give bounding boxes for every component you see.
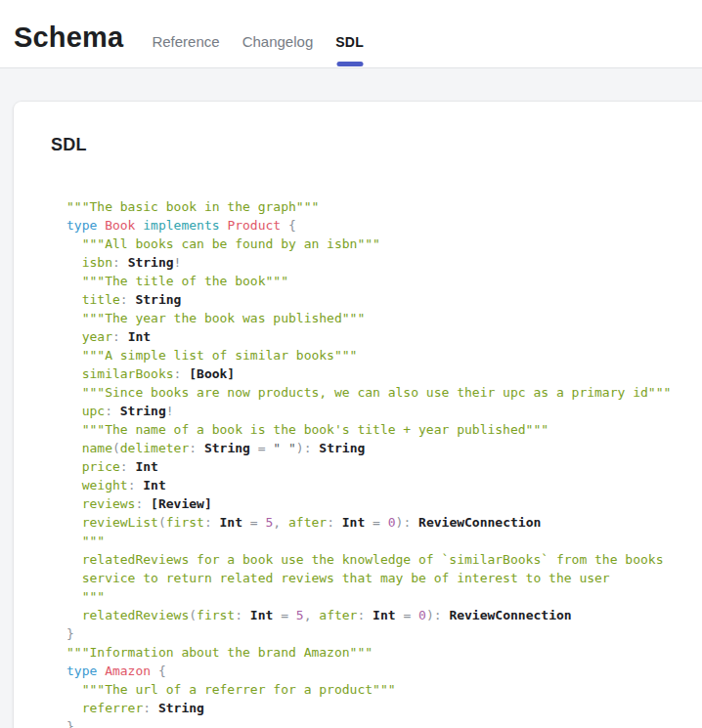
code-token-plain	[151, 664, 158, 678]
code-token-scalar: String	[204, 441, 250, 455]
code-token-plain	[273, 608, 281, 622]
code-token-scalar: String	[319, 441, 365, 455]
tab-changelog-label: Changelog	[242, 33, 314, 50]
code-token-scalar: Int	[220, 515, 242, 530]
code-line: """The title of the book"""	[66, 272, 702, 290]
code-token-field: price	[66, 459, 120, 474]
code-token-tname: Book	[105, 218, 135, 233]
code-token-num: 0	[418, 608, 426, 622]
code-token-plain	[120, 329, 128, 344]
code-token-plain	[411, 515, 418, 530]
code-token-impl: implements	[143, 218, 219, 233]
sdl-code-block: """The basic book in the graph"""type Bo…	[66, 197, 702, 728]
code-token-punc: ,	[273, 515, 281, 530]
code-token-field: referrer	[66, 701, 143, 715]
code-line: name(delimeter: String = " "): String	[66, 439, 702, 457]
code-token-punc: :	[204, 515, 212, 530]
code-line: relatedReviews for a book use the knowle…	[66, 550, 702, 569]
content-card: SDL """The basic book in the graph"""typ…	[14, 102, 702, 728]
code-token-punc: :	[112, 329, 120, 344]
code-line: upc: String!	[66, 402, 702, 420]
code-token-num: 0	[388, 515, 396, 530]
code-token-plain	[380, 515, 388, 530]
tab-reference-label: Reference	[152, 33, 219, 50]
code-token-desc: relatedReviews for a book use the knowle…	[66, 552, 663, 567]
code-token-punc: {	[158, 664, 166, 678]
code-line: relatedReviews(first: Int = 5, after: In…	[66, 606, 702, 624]
code-token-field: after	[288, 515, 327, 530]
code-token-punc: !	[166, 404, 174, 418]
code-token-punc: ):	[396, 515, 412, 530]
code-token-desc: """The url of a referrer for a product""…	[66, 682, 396, 697]
code-line: similarBooks: [Book]	[66, 364, 702, 383]
code-token-plain	[143, 496, 151, 511]
code-token-desc: """The name of a book is the book's titl…	[66, 422, 548, 437]
code-token-scalar: Int	[373, 608, 395, 622]
code-token-punc: }	[66, 626, 74, 641]
code-token-plain	[242, 608, 250, 622]
code-token-scalar: ReviewConnection	[418, 515, 541, 530]
code-token-plain	[120, 255, 128, 270]
code-token-plain	[365, 608, 373, 622]
code-token-punc: (	[158, 515, 166, 530]
code-token-field: reviewList	[66, 515, 158, 530]
code-line: """The basic book in the graph"""	[66, 197, 702, 216]
code-line: }	[66, 717, 702, 728]
code-token-punc: ):	[296, 441, 312, 455]
code-token-scalar: Int	[143, 478, 165, 492]
code-token-plain	[197, 441, 204, 455]
code-line: service to return related reviews that m…	[66, 569, 702, 587]
code-token-plain	[97, 218, 105, 233]
code-token-tname: Amazon	[105, 664, 151, 678]
code-line: """Since books are now products, we can …	[66, 383, 702, 402]
code-token-punc: :	[189, 441, 197, 455]
tab-sdl-label: SDL	[335, 34, 364, 50]
code-token-punc: ):	[426, 608, 442, 622]
page-title: Schema	[14, 21, 123, 54]
code-token-scalar: Int	[342, 515, 365, 530]
code-token-desc: """A simple list of similar books"""	[66, 348, 357, 363]
code-line: reviews: [Review]	[66, 494, 702, 513]
code-line: referrer: String	[66, 699, 702, 717]
code-token-desc: """Information about the brand Amazon"""	[66, 645, 373, 660]
code-token-scalar: Int	[128, 329, 151, 344]
code-line: """	[66, 587, 702, 606]
code-token-scalar: [Review]	[151, 496, 212, 511]
code-token-plain	[242, 515, 250, 530]
code-token-field: reviews	[66, 496, 135, 511]
code-token-plain	[365, 515, 373, 530]
code-line: weight: Int	[66, 476, 702, 494]
code-token-plain	[281, 515, 288, 530]
code-token-plain	[112, 404, 120, 418]
code-token-desc: """The year the book was published"""	[66, 311, 365, 325]
code-token-punc: :	[120, 459, 128, 474]
code-token-punc: :	[112, 255, 120, 270]
active-tab-underline	[336, 62, 363, 66]
code-token-field: weight	[66, 478, 128, 492]
code-line: """The year the book was published"""	[66, 309, 702, 327]
code-token-punc: :	[120, 292, 128, 307]
code-line: """	[66, 532, 702, 550]
code-token-field: delimeter	[120, 441, 189, 455]
code-token-field: after	[319, 608, 357, 622]
code-token-plain	[258, 515, 266, 530]
code-token-plain	[212, 515, 220, 530]
sdl-heading: SDL	[51, 135, 702, 154]
code-token-desc: """	[66, 589, 105, 604]
tab-sdl[interactable]: SDL	[335, 34, 364, 50]
code-token-punc: }	[66, 719, 74, 728]
tab-reference[interactable]: Reference	[152, 33, 219, 50]
code-token-punc: =	[258, 441, 266, 455]
code-token-num: 5	[296, 608, 304, 622]
code-line: reviewList(first: Int = 5, after: Int = …	[66, 513, 702, 532]
code-token-punc: =	[281, 608, 288, 622]
code-token-plain	[288, 608, 296, 622]
code-line: price: Int	[66, 457, 702, 476]
code-token-plain	[250, 441, 258, 455]
tab-bar: Reference Changelog SDL	[152, 33, 364, 50]
code-token-punc: =	[373, 515, 380, 530]
tab-changelog[interactable]: Changelog	[242, 33, 314, 50]
code-token-scalar: Int	[135, 459, 157, 474]
code-token-field: year	[66, 329, 112, 344]
code-token-field: title	[66, 292, 120, 307]
